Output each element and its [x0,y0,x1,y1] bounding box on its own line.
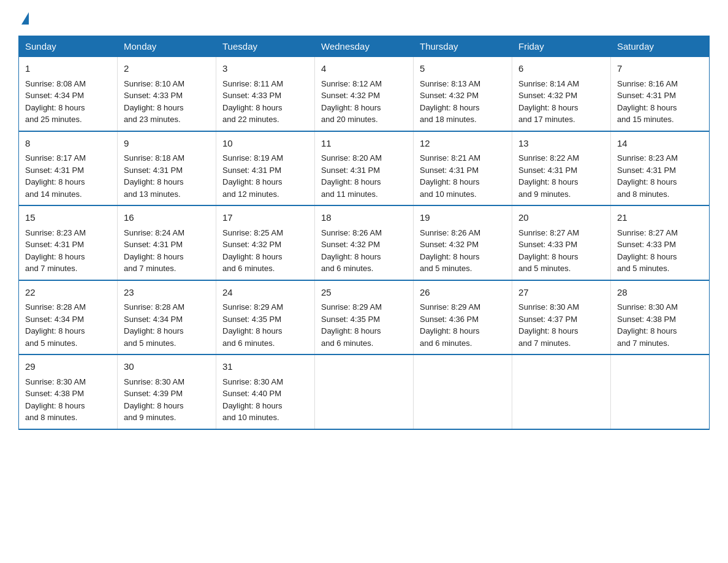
calendar-cell: 3Sunrise: 8:11 AMSunset: 4:33 PMDaylight… [216,57,315,131]
calendar-cell: 8Sunrise: 8:17 AMSunset: 4:31 PMDaylight… [19,131,118,206]
calendar-cell: 24Sunrise: 8:29 AMSunset: 4:35 PMDayligh… [216,280,315,355]
day-info: Sunrise: 8:13 AMSunset: 4:32 PMDaylight:… [420,78,506,126]
header-wednesday: Wednesday [315,36,414,57]
day-info: Sunrise: 8:28 AMSunset: 4:34 PMDaylight:… [25,301,111,349]
calendar-cell: 4Sunrise: 8:12 AMSunset: 4:32 PMDaylight… [315,57,414,131]
week-row-1: 1Sunrise: 8:08 AMSunset: 4:34 PMDaylight… [19,57,710,131]
day-number: 29 [25,360,111,374]
day-number: 26 [420,286,506,300]
calendar-table: SundayMondayTuesdayWednesdayThursdayFrid… [18,36,710,430]
day-info: Sunrise: 8:17 AMSunset: 4:31 PMDaylight:… [25,152,111,200]
header-thursday: Thursday [414,36,512,57]
calendar-cell: 15Sunrise: 8:23 AMSunset: 4:31 PMDayligh… [19,205,118,280]
calendar-cell: 1Sunrise: 8:08 AMSunset: 4:34 PMDaylight… [19,57,118,131]
calendar-cell: 11Sunrise: 8:20 AMSunset: 4:31 PMDayligh… [315,131,414,206]
header-monday: Monday [118,36,216,57]
calendar-header-row: SundayMondayTuesdayWednesdayThursdayFrid… [19,36,710,57]
day-number: 1 [25,62,111,76]
calendar-cell: 23Sunrise: 8:28 AMSunset: 4:34 PMDayligh… [118,280,216,355]
day-number: 31 [222,360,308,374]
day-number: 20 [518,211,604,225]
day-info: Sunrise: 8:30 AMSunset: 4:38 PMDaylight:… [25,376,111,424]
day-number: 16 [124,211,210,225]
calendar-cell: 30Sunrise: 8:30 AMSunset: 4:39 PMDayligh… [118,354,216,429]
day-number: 24 [222,286,308,300]
day-number: 21 [617,211,703,225]
header-sunday: Sunday [19,36,118,57]
calendar-cell: 14Sunrise: 8:23 AMSunset: 4:31 PMDayligh… [611,131,710,206]
calendar-cell: 12Sunrise: 8:21 AMSunset: 4:31 PMDayligh… [414,131,512,206]
day-info: Sunrise: 8:30 AMSunset: 4:39 PMDaylight:… [124,376,210,424]
day-number: 22 [25,286,111,300]
day-number: 2 [124,62,210,76]
calendar-cell: 21Sunrise: 8:27 AMSunset: 4:33 PMDayligh… [611,205,710,280]
page-header [18,12,710,25]
day-number: 25 [321,286,407,300]
day-info: Sunrise: 8:23 AMSunset: 4:31 PMDaylight:… [617,152,703,200]
calendar-cell: 10Sunrise: 8:19 AMSunset: 4:31 PMDayligh… [216,131,315,206]
calendar-cell [414,354,512,429]
calendar-cell: 28Sunrise: 8:30 AMSunset: 4:38 PMDayligh… [611,280,710,355]
day-number: 15 [25,211,111,225]
day-info: Sunrise: 8:16 AMSunset: 4:31 PMDaylight:… [617,78,703,126]
day-info: Sunrise: 8:29 AMSunset: 4:36 PMDaylight:… [420,301,506,349]
day-info: Sunrise: 8:11 AMSunset: 4:33 PMDaylight:… [222,78,308,126]
day-info: Sunrise: 8:20 AMSunset: 4:31 PMDaylight:… [321,152,407,200]
calendar-cell: 25Sunrise: 8:29 AMSunset: 4:35 PMDayligh… [315,280,414,355]
calendar-cell: 2Sunrise: 8:10 AMSunset: 4:33 PMDaylight… [118,57,216,131]
day-number: 28 [617,286,703,300]
day-number: 13 [518,137,604,151]
week-row-5: 29Sunrise: 8:30 AMSunset: 4:38 PMDayligh… [19,354,710,429]
calendar-cell: 20Sunrise: 8:27 AMSunset: 4:33 PMDayligh… [512,205,611,280]
calendar-cell: 26Sunrise: 8:29 AMSunset: 4:36 PMDayligh… [414,280,512,355]
calendar-cell: 22Sunrise: 8:28 AMSunset: 4:34 PMDayligh… [19,280,118,355]
day-info: Sunrise: 8:27 AMSunset: 4:33 PMDaylight:… [617,227,703,275]
day-number: 23 [124,286,210,300]
calendar-cell: 29Sunrise: 8:30 AMSunset: 4:38 PMDayligh… [19,354,118,429]
day-info: Sunrise: 8:29 AMSunset: 4:35 PMDaylight:… [321,301,407,349]
calendar-cell: 6Sunrise: 8:14 AMSunset: 4:32 PMDaylight… [512,57,611,131]
calendar-cell [611,354,710,429]
calendar-cell: 27Sunrise: 8:30 AMSunset: 4:37 PMDayligh… [512,280,611,355]
day-info: Sunrise: 8:19 AMSunset: 4:31 PMDaylight:… [222,152,308,200]
day-info: Sunrise: 8:29 AMSunset: 4:35 PMDaylight:… [222,301,308,349]
day-info: Sunrise: 8:08 AMSunset: 4:34 PMDaylight:… [25,78,111,126]
day-info: Sunrise: 8:26 AMSunset: 4:32 PMDaylight:… [321,227,407,275]
day-number: 9 [124,137,210,151]
calendar-cell: 17Sunrise: 8:25 AMSunset: 4:32 PMDayligh… [216,205,315,280]
calendar-cell: 7Sunrise: 8:16 AMSunset: 4:31 PMDaylight… [611,57,710,131]
day-number: 11 [321,137,407,151]
day-number: 7 [617,62,703,76]
day-info: Sunrise: 8:10 AMSunset: 4:33 PMDaylight:… [124,78,210,126]
day-info: Sunrise: 8:26 AMSunset: 4:32 PMDaylight:… [420,227,506,275]
calendar-cell: 13Sunrise: 8:22 AMSunset: 4:31 PMDayligh… [512,131,611,206]
day-info: Sunrise: 8:21 AMSunset: 4:31 PMDaylight:… [420,152,506,200]
header-friday: Friday [512,36,611,57]
calendar-cell: 16Sunrise: 8:24 AMSunset: 4:31 PMDayligh… [118,205,216,280]
week-row-3: 15Sunrise: 8:23 AMSunset: 4:31 PMDayligh… [19,205,710,280]
day-number: 6 [518,62,604,76]
day-info: Sunrise: 8:30 AMSunset: 4:37 PMDaylight:… [518,301,604,349]
day-info: Sunrise: 8:24 AMSunset: 4:31 PMDaylight:… [124,227,210,275]
calendar-cell: 19Sunrise: 8:26 AMSunset: 4:32 PMDayligh… [414,205,512,280]
day-info: Sunrise: 8:12 AMSunset: 4:32 PMDaylight:… [321,78,407,126]
day-number: 27 [518,286,604,300]
calendar-cell: 5Sunrise: 8:13 AMSunset: 4:32 PMDaylight… [414,57,512,131]
header-tuesday: Tuesday [216,36,315,57]
day-number: 18 [321,211,407,225]
day-info: Sunrise: 8:18 AMSunset: 4:31 PMDaylight:… [124,152,210,200]
day-number: 30 [124,360,210,374]
logo-triangle-icon [21,12,29,25]
day-number: 4 [321,62,407,76]
calendar-cell [512,354,611,429]
day-info: Sunrise: 8:23 AMSunset: 4:31 PMDaylight:… [25,227,111,275]
day-number: 3 [222,62,308,76]
day-number: 19 [420,211,506,225]
day-info: Sunrise: 8:28 AMSunset: 4:34 PMDaylight:… [124,301,210,349]
day-number: 8 [25,137,111,151]
day-info: Sunrise: 8:14 AMSunset: 4:32 PMDaylight:… [518,78,604,126]
day-number: 12 [420,137,506,151]
day-info: Sunrise: 8:22 AMSunset: 4:31 PMDaylight:… [518,152,604,200]
day-info: Sunrise: 8:30 AMSunset: 4:40 PMDaylight:… [222,376,308,424]
day-info: Sunrise: 8:25 AMSunset: 4:32 PMDaylight:… [222,227,308,275]
